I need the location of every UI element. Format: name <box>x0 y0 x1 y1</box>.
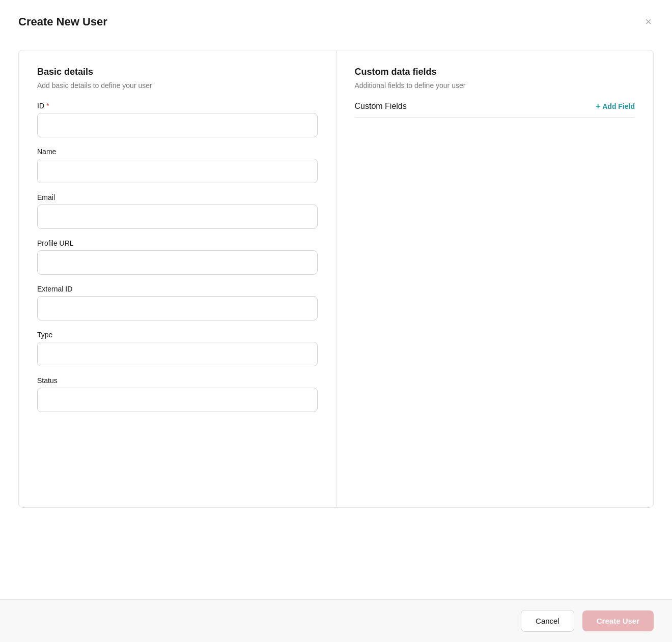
required-star: * <box>46 102 49 110</box>
type-field-group: Type <box>37 331 318 366</box>
type-input[interactable] <box>37 342 318 366</box>
custom-data-section: Custom data fields Additional fields to … <box>337 50 654 507</box>
profile-url-label: Profile URL <box>37 239 318 247</box>
add-field-label: Add Field <box>602 102 635 110</box>
plus-icon: + <box>596 102 600 111</box>
status-input[interactable] <box>37 388 318 412</box>
basic-details-section: Basic details Add basic details to defin… <box>19 50 337 507</box>
create-user-button[interactable]: Create User <box>582 610 654 631</box>
modal-title: Create New User <box>18 15 107 28</box>
cancel-button[interactable]: Cancel <box>521 610 574 632</box>
id-field-group: ID * <box>37 102 318 137</box>
name-field-group: Name <box>37 148 318 183</box>
modal-body: Basic details Add basic details to defin… <box>0 40 672 599</box>
status-field-group: Status <box>37 376 318 412</box>
name-label: Name <box>37 148 318 156</box>
external-id-label: External ID <box>37 285 318 293</box>
profile-url-field-group: Profile URL <box>37 239 318 275</box>
custom-fields-header: Custom Fields + Add Field <box>355 102 635 118</box>
status-label: Status <box>37 376 318 385</box>
add-field-button[interactable]: + Add Field <box>596 102 635 111</box>
basic-details-subtitle: Add basic details to define your user <box>37 81 318 90</box>
custom-data-title: Custom data fields <box>355 67 635 77</box>
id-input[interactable] <box>37 113 318 137</box>
email-field-group: Email <box>37 193 318 229</box>
custom-data-subtitle: Additional fields to define your user <box>355 81 635 90</box>
modal-header: Create New User × <box>0 0 672 40</box>
form-panel: Basic details Add basic details to defin… <box>18 50 654 508</box>
type-label: Type <box>37 331 318 339</box>
id-label: ID * <box>37 102 318 110</box>
name-input[interactable] <box>37 159 318 183</box>
email-input[interactable] <box>37 205 318 229</box>
external-id-field-group: External ID <box>37 285 318 320</box>
profile-url-input[interactable] <box>37 250 318 275</box>
basic-details-title: Basic details <box>37 67 318 77</box>
email-label: Email <box>37 193 318 201</box>
modal-footer: Cancel Create User <box>0 599 672 642</box>
external-id-input[interactable] <box>37 296 318 320</box>
custom-fields-label: Custom Fields <box>355 102 407 111</box>
close-button[interactable]: × <box>643 14 654 30</box>
